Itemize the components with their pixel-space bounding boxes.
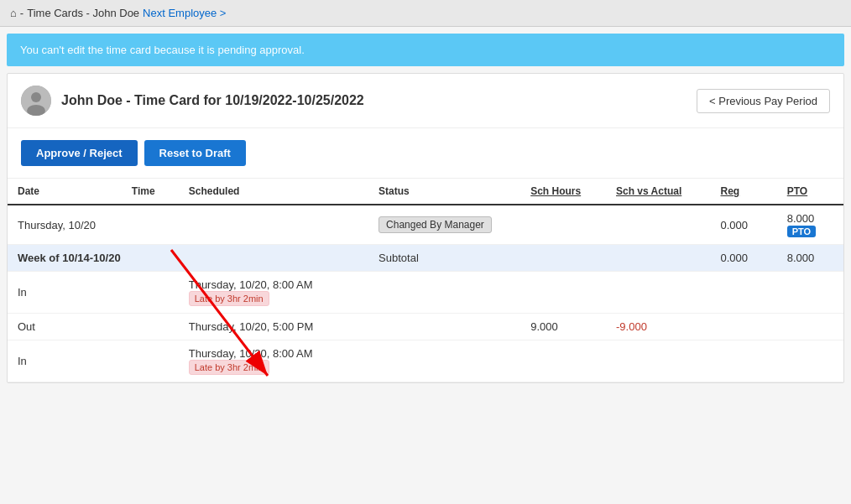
- status-badge-changed: Changed By Manager: [379, 216, 492, 233]
- row-scheduled: [179, 205, 368, 245]
- svg-point-1: [31, 92, 41, 102]
- entry-time-out: [122, 314, 179, 340]
- subtotal-label: Week of 10/14-10/20: [8, 245, 179, 272]
- row-time: [122, 205, 179, 245]
- col-header-reg: Reg: [711, 179, 777, 205]
- entry-sch-hours-out: 9.000: [520, 314, 606, 340]
- entry-row-out: Out Thursday, 10/20, 5:00 PM 9.000 -9.00…: [8, 314, 843, 340]
- col-header-date: Date: [8, 179, 122, 205]
- subtotal-pto: 8.000: [777, 245, 843, 272]
- entry-direction-in-1: In: [8, 272, 122, 314]
- entry-scheduled-in-1: Thursday, 10/20, 8:00 AM Late by 3hr 2mi…: [179, 272, 368, 314]
- entry-sch-vs-actual-out: -9.000: [606, 314, 711, 340]
- time-card-card: John Doe - Time Card for 10/19/2022-10/2…: [7, 73, 844, 383]
- col-header-status: Status: [368, 179, 520, 205]
- approve-reject-button[interactable]: Approve / Reject: [21, 140, 138, 166]
- breadcrumb-text: Time Cards - John Doe: [27, 7, 139, 19]
- entry-reg-out: [711, 314, 777, 340]
- entry-status-in-2: [368, 340, 520, 382]
- entry-time-in-1: [122, 272, 179, 314]
- entry-sch-hours-in-2: [520, 340, 606, 382]
- entry-sch-hours-in-1: [520, 272, 606, 314]
- subtotal-text: Subtotal: [368, 245, 520, 272]
- late-badge-in-1: Late by 3hr 2min: [189, 291, 269, 306]
- row-reg: 0.000: [711, 205, 777, 245]
- subtotal-row: Week of 10/14-10/20 Subtotal 0.000 8.000: [8, 245, 843, 272]
- pto-badge: PTO: [787, 226, 816, 237]
- table-row: Thursday, 10/20 Changed By Manager 0.000…: [8, 205, 843, 245]
- home-icon[interactable]: ⌂: [10, 7, 17, 19]
- entry-scheduled-out: Thursday, 10/20, 5:00 PM: [179, 314, 368, 340]
- card-title: John Doe - Time Card for 10/19/2022-10/2…: [61, 93, 687, 108]
- entry-time-in-2: [122, 340, 179, 382]
- entry-pto-in-1: [777, 272, 843, 314]
- entry-status-out: [368, 314, 520, 340]
- prev-period-button[interactable]: < Previous Pay Period: [697, 89, 830, 113]
- subtotal-sch-vs-actual: [606, 245, 711, 272]
- entry-direction-out: Out: [8, 314, 122, 340]
- alert-message: You can't edit the time card because it …: [20, 44, 305, 56]
- reset-to-draft-button[interactable]: Reset to Draft: [144, 140, 246, 166]
- row-date: Thursday, 10/20: [8, 205, 122, 245]
- card-header: John Doe - Time Card for 10/19/2022-10/2…: [8, 74, 843, 128]
- late-badge-in-2: Late by 3hr 2min: [189, 360, 269, 375]
- row-status: Changed By Manager: [368, 205, 520, 245]
- timecard-table: Date Time Scheduled Status Sch Hours Sch…: [8, 179, 843, 382]
- subtotal-sch-hours: [520, 245, 606, 272]
- col-header-sch-hours: Sch Hours: [520, 179, 606, 205]
- entry-row-in-1: In Thursday, 10/20, 8:00 AM Late by 3hr …: [8, 272, 843, 314]
- entry-pto-in-2: [777, 340, 843, 382]
- entry-pto-out: [777, 314, 843, 340]
- col-header-time: Time: [122, 179, 179, 205]
- card-body-wrapper: Date Time Scheduled Status Sch Hours Sch…: [8, 179, 843, 382]
- subtotal-spacer: [179, 245, 368, 272]
- subtotal-reg: 0.000: [711, 245, 777, 272]
- entry-sch-vs-actual-in-2: [606, 340, 711, 382]
- row-sch-hours: [520, 205, 606, 245]
- entry-reg-in-1: [711, 272, 777, 314]
- breadcrumb-separator: -: [20, 7, 23, 19]
- row-pto: 8.000 PTO: [777, 205, 843, 245]
- entry-direction-in-2: In: [8, 340, 122, 382]
- col-header-sch-vs-actual: Sch vs Actual: [606, 179, 711, 205]
- entry-row-in-2: In Thursday, 10/20, 8:00 AM Late by 3hr …: [8, 340, 843, 382]
- entry-status-in-1: [368, 272, 520, 314]
- top-nav: ⌂ - Time Cards - John Doe Next Employee …: [0, 0, 851, 27]
- entry-sch-vs-actual-in-1: [606, 272, 711, 314]
- entry-scheduled-in-2: Thursday, 10/20, 8:00 AM Late by 3hr 2mi…: [179, 340, 368, 382]
- col-header-scheduled: Scheduled: [179, 179, 368, 205]
- entry-reg-in-2: [711, 340, 777, 382]
- avatar: [21, 86, 51, 116]
- col-header-pto: PTO: [777, 179, 843, 205]
- row-sch-vs-actual: [606, 205, 711, 245]
- alert-banner: You can't edit the time card because it …: [7, 34, 844, 66]
- card-actions: Approve / Reject Reset to Draft: [8, 128, 843, 179]
- next-employee-link[interactable]: Next Employee >: [143, 7, 226, 19]
